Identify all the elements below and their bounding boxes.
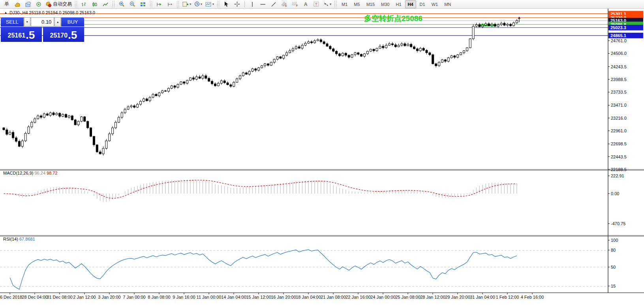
vertical-line-tool-icon[interactable] bbox=[248, 0, 257, 8]
candle-body bbox=[488, 24, 490, 26]
main-toolbar: 单 自动交易 ▾ ▾ ▾ bbox=[0, 0, 644, 9]
time-axis-label: 15 Jan 12:00 bbox=[246, 295, 271, 299]
price-tick-label: 24506.0 bbox=[611, 51, 627, 56]
candle-body bbox=[40, 116, 42, 117]
candle-body bbox=[149, 97, 151, 101]
buy-button[interactable]: BUY bbox=[61, 17, 84, 26]
sell-price-main: 25161 bbox=[8, 30, 26, 41]
timeframe-button-M30[interactable]: M30 bbox=[378, 0, 392, 8]
horizontal-line-tool-icon[interactable] bbox=[258, 0, 268, 8]
candle-body bbox=[276, 57, 278, 59]
volume-input[interactable]: 0.10 bbox=[31, 17, 54, 26]
time-axis-label: 7 Jan 00:00 bbox=[123, 295, 146, 299]
candle-body bbox=[364, 54, 366, 56]
signals-icon[interactable] bbox=[34, 0, 43, 8]
cursor-tool-icon[interactable] bbox=[222, 0, 231, 8]
dropdown-caret: ▾ bbox=[201, 2, 202, 6]
candle-body bbox=[127, 107, 129, 109]
one-click-trade-panel: SELL ▼ 0.10 ▲ BUY 25161 .5 25170 .5 bbox=[1, 17, 84, 42]
price-chart-canvas[interactable]: 24761.024506.024243.523988.523733.523471… bbox=[0, 0, 644, 305]
time-axis-label: 14 Jan 04:00 bbox=[221, 295, 246, 299]
autotrade-button[interactable]: 自动交易 bbox=[45, 0, 73, 8]
candle-body bbox=[158, 93, 160, 96]
candle-body bbox=[77, 121, 79, 125]
sell-price-button[interactable]: 25161 .5 bbox=[1, 27, 42, 42]
timeframe-button-M5[interactable]: M5 bbox=[351, 0, 362, 8]
candle-body bbox=[109, 134, 111, 141]
add-indicator-icon[interactable]: ▾ bbox=[181, 0, 192, 8]
candle-body bbox=[34, 119, 36, 122]
toolbar-grip bbox=[334, 1, 336, 8]
price-tick-label: 22188.5 bbox=[611, 167, 627, 172]
timeframe-button-M15[interactable]: M15 bbox=[364, 0, 377, 8]
candle-body bbox=[15, 138, 17, 141]
candle-body bbox=[195, 77, 197, 79]
market-watch-icon[interactable] bbox=[13, 0, 22, 8]
chart-shift-icon[interactable] bbox=[165, 0, 175, 8]
timeframe-button-D1[interactable]: D1 bbox=[417, 0, 428, 8]
dropdown-caret: ▾ bbox=[330, 2, 331, 6]
candle-body bbox=[121, 113, 123, 117]
candle-body bbox=[373, 49, 375, 51]
macd-indicator-label: MACD(12,26,9) 96.24 98.72 bbox=[3, 171, 58, 175]
rsi-name: RSI(14) bbox=[3, 237, 18, 241]
candle-body bbox=[90, 128, 92, 137]
candle-body bbox=[416, 49, 418, 51]
candle-body bbox=[317, 40, 319, 41]
crosshair-tool-icon[interactable] bbox=[232, 0, 242, 8]
candle-body bbox=[230, 85, 232, 87]
sell-button[interactable]: SELL bbox=[1, 17, 24, 26]
price-tick-label: 22443.5 bbox=[611, 154, 627, 159]
volume-increase-button[interactable]: ▲ bbox=[54, 17, 61, 26]
timeframe-button-W1[interactable]: W1 bbox=[429, 0, 441, 8]
timeframe-button-MN[interactable]: MN bbox=[441, 0, 454, 8]
timeframe-button-M1[interactable]: M1 bbox=[339, 0, 350, 8]
volume-decrease-button[interactable]: ▼ bbox=[24, 17, 30, 26]
candle-body bbox=[404, 44, 406, 46]
rsi-value: 67.8681 bbox=[19, 237, 35, 241]
zoom-in-icon[interactable] bbox=[117, 0, 126, 8]
auto-scroll-icon[interactable] bbox=[154, 0, 164, 8]
timeframes-clock-icon[interactable]: ▾ bbox=[193, 0, 203, 8]
arrows-tool-icon[interactable]: ▾ bbox=[322, 0, 332, 8]
text-tool-icon[interactable]: A bbox=[301, 0, 310, 8]
fibonacci-tool-icon[interactable]: F bbox=[290, 0, 300, 8]
candle-body bbox=[81, 117, 83, 121]
trendline-tool-icon[interactable] bbox=[269, 0, 278, 8]
candle-body bbox=[167, 88, 169, 91]
candle-body bbox=[394, 45, 396, 47]
candlestick-mode-icon[interactable] bbox=[90, 0, 100, 8]
text-label-tool-icon[interactable]: T bbox=[312, 0, 321, 8]
bar-chart-mode-icon[interactable] bbox=[79, 0, 89, 8]
toolbar-grip bbox=[150, 1, 152, 8]
timeframe-button-H4[interactable]: H4 bbox=[405, 0, 416, 8]
candle-body bbox=[205, 76, 207, 78]
timeframe-button-H1[interactable]: H1 bbox=[393, 0, 404, 8]
candle-body bbox=[482, 25, 484, 27]
candle-body bbox=[398, 45, 400, 47]
equidistant-channel-tool-icon[interactable]: E bbox=[280, 0, 289, 8]
candle-body bbox=[422, 48, 424, 50]
candle-body bbox=[217, 83, 219, 86]
line-chart-mode-icon[interactable] bbox=[101, 0, 110, 8]
time-axis-label: 16 Jan 20:00 bbox=[271, 295, 296, 299]
tile-windows-icon[interactable] bbox=[138, 0, 148, 8]
candle-body bbox=[133, 106, 135, 107]
candle-body bbox=[96, 145, 98, 152]
candle-body bbox=[295, 47, 297, 49]
rsi-axis-label: 80 bbox=[611, 248, 616, 252]
zoom-out-icon[interactable] bbox=[128, 0, 137, 8]
candle-body bbox=[342, 53, 344, 56]
candle-body bbox=[429, 53, 431, 55]
buy-price-button[interactable]: 25170 .5 bbox=[43, 27, 84, 42]
candle-body bbox=[46, 114, 48, 115]
candle-body bbox=[407, 44, 409, 46]
data-window-icon[interactable] bbox=[23, 0, 33, 8]
candle-body bbox=[360, 54, 362, 56]
candle-body bbox=[469, 39, 471, 48]
new-order-button[interactable]: 单 bbox=[2, 0, 11, 8]
templates-icon[interactable]: ▾ bbox=[204, 0, 215, 8]
channel-letter: E bbox=[285, 4, 287, 7]
candle-body bbox=[366, 51, 368, 54]
time-axis-label: 28 Jan 12:00 bbox=[420, 295, 445, 299]
